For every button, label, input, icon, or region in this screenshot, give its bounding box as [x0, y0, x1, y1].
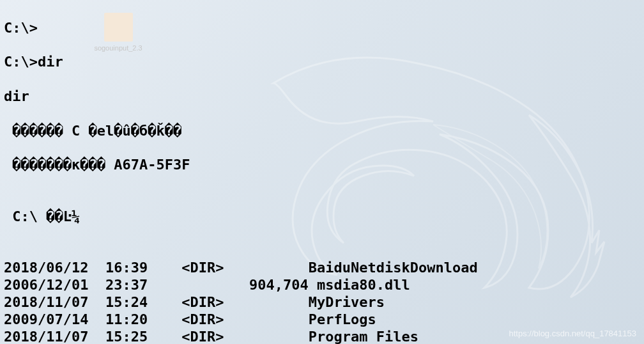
command-echo: dir	[4, 88, 640, 106]
dir-entry: 2006/12/01 23:37 904,704 msdia80.dll	[4, 277, 640, 294]
volume-serial-line: �������к��� A67A-5F3F	[4, 157, 640, 174]
dir-entry: 2018/06/12 16:39 <DIR> BaiduNetdiskDownl…	[4, 260, 640, 277]
prompt-dir-command: C:\>dir	[4, 54, 640, 71]
terminal-output[interactable]: C:\> C:\>dir dir ������ C �el�û�б�ǩ�� ��…	[0, 0, 644, 344]
prompt-empty: C:\>	[4, 20, 640, 37]
volume-label-line: ������ C �el�û�б�ǩ��	[4, 123, 640, 140]
dir-entry: 2018/11/07 15:24 <DIR> MyDrivers	[4, 294, 640, 311]
dir-entry: 2009/07/14 11:20 <DIR> PerfLogs	[4, 311, 640, 329]
watermark-text: https://blog.csdn.net/qq_17841153	[509, 329, 637, 339]
directory-path-line: C:\ ��Ŀ¼	[4, 208, 640, 226]
